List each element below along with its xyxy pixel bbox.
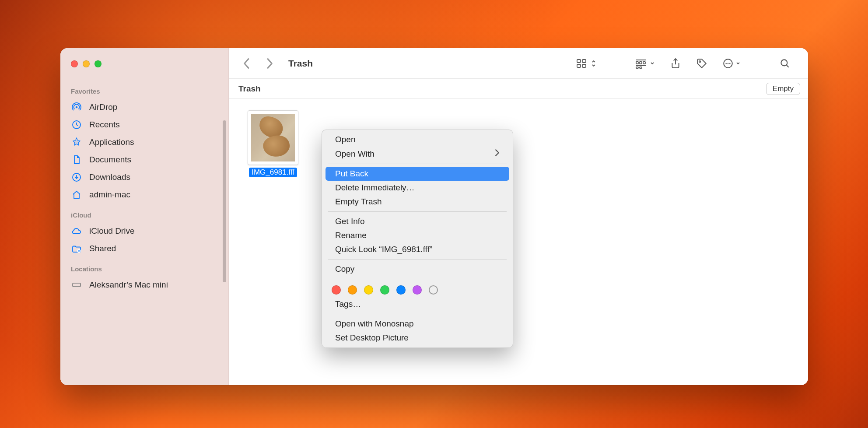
svg-rect-8 bbox=[577, 64, 581, 67]
menu-item-label: Tags… bbox=[335, 299, 361, 309]
tag-color-dot[interactable] bbox=[396, 285, 406, 295]
sidebar-item-downloads[interactable]: Downloads bbox=[60, 168, 228, 186]
tag-color-dot[interactable] bbox=[348, 285, 357, 295]
tags-button[interactable] bbox=[692, 56, 712, 71]
tag-color-dot[interactable] bbox=[364, 285, 373, 295]
nav-back-button[interactable] bbox=[238, 58, 255, 69]
menu-item[interactable]: Rename bbox=[326, 228, 509, 242]
menu-item-label: Open With bbox=[335, 149, 374, 159]
sidebar-item-label: Downloads bbox=[89, 172, 130, 182]
menu-item[interactable]: Open with Monosnap bbox=[326, 317, 509, 331]
sidebar-item-label: Recents bbox=[89, 120, 120, 130]
svg-point-17 bbox=[725, 63, 727, 64]
clock-icon bbox=[71, 119, 82, 130]
svg-rect-14 bbox=[640, 67, 642, 68]
nav-forward-button[interactable] bbox=[261, 58, 278, 69]
sidebar-item-label: Aleksandr’s Mac mini bbox=[89, 280, 168, 290]
sidebar-item-documents[interactable]: Documents bbox=[60, 151, 228, 168]
svg-rect-10 bbox=[636, 62, 638, 64]
finder-toolbar: Trash bbox=[229, 48, 808, 79]
doc-icon bbox=[71, 154, 82, 165]
home-icon bbox=[71, 189, 82, 200]
menu-item[interactable]: Quick Look “IMG_6981.fff” bbox=[326, 242, 509, 256]
path-label: Trash bbox=[238, 84, 261, 94]
svg-rect-12 bbox=[643, 62, 645, 64]
menu-item-label: Quick Look “IMG_6981.fff” bbox=[335, 245, 432, 254]
menu-item[interactable]: Delete Immediately… bbox=[326, 181, 509, 195]
sidebar-section-locations: Locations bbox=[60, 257, 228, 276]
menu-separator bbox=[328, 164, 507, 164]
menu-item-label: Get Info bbox=[335, 217, 365, 226]
sidebar-item-label: AirDrop bbox=[89, 102, 117, 112]
svg-point-18 bbox=[728, 63, 729, 64]
tag-color-dot[interactable] bbox=[429, 285, 438, 295]
svg-rect-7 bbox=[582, 60, 586, 63]
sidebar-scrollbar[interactable] bbox=[223, 120, 226, 282]
menu-item[interactable]: Get Info bbox=[326, 214, 509, 228]
action-menu-button[interactable] bbox=[718, 56, 745, 71]
svg-rect-11 bbox=[640, 62, 642, 64]
menu-separator bbox=[328, 279, 507, 279]
sidebar-item-airdrop[interactable]: AirDrop bbox=[60, 98, 228, 116]
finder-main: Trash bbox=[229, 48, 808, 385]
sidebar-item-recents[interactable]: Recents bbox=[60, 116, 228, 133]
shared-icon bbox=[71, 243, 82, 254]
cloud-icon bbox=[71, 226, 82, 236]
sidebar-section-icloud: iCloud bbox=[60, 203, 228, 222]
tag-color-dot[interactable] bbox=[413, 285, 422, 295]
sidebar-item-shared[interactable]: Shared bbox=[60, 240, 228, 257]
file-name-label: IMG_6981.fff bbox=[249, 168, 297, 177]
sidebar-item-label: iCloud Drive bbox=[89, 226, 134, 236]
menu-item-label: Rename bbox=[335, 231, 367, 240]
sidebar-item-applications[interactable]: Applications bbox=[60, 133, 228, 151]
context-menu: OpenOpen WithPut BackDelete Immediately…… bbox=[322, 130, 513, 348]
airdrop-icon bbox=[71, 102, 82, 112]
finder-sidebar: Favorites AirDrop Recents bbox=[60, 48, 229, 385]
window-zoom-button[interactable] bbox=[94, 60, 102, 67]
svg-point-0 bbox=[76, 106, 78, 109]
path-bar: Trash Empty bbox=[229, 79, 808, 99]
menu-item[interactable]: Set Desktop Picture bbox=[326, 331, 509, 345]
sidebar-section-favorites: Favorites bbox=[60, 80, 228, 98]
menu-item-label: Copy bbox=[335, 264, 354, 274]
search-button[interactable] bbox=[775, 56, 795, 71]
tag-color-dot[interactable] bbox=[380, 285, 389, 295]
window-title: Trash bbox=[288, 58, 313, 69]
apps-icon bbox=[71, 137, 82, 147]
menu-item[interactable]: Tags… bbox=[326, 297, 509, 311]
menu-item[interactable]: Open bbox=[326, 133, 509, 147]
share-button[interactable] bbox=[665, 56, 686, 71]
menu-item[interactable]: Open With bbox=[326, 147, 509, 161]
menu-item[interactable]: Copy bbox=[326, 262, 509, 276]
sidebar-item-label: Documents bbox=[89, 155, 131, 165]
svg-point-19 bbox=[729, 63, 731, 64]
download-icon bbox=[71, 172, 82, 182]
sidebar-item-mac-mini[interactable]: Aleksandr’s Mac mini bbox=[60, 276, 228, 294]
machine-icon bbox=[71, 280, 82, 290]
window-close-button[interactable] bbox=[71, 60, 78, 67]
window-minimize-button[interactable] bbox=[83, 60, 90, 67]
chevron-right-icon bbox=[495, 149, 500, 159]
file-item[interactable]: IMG_6981.fff bbox=[240, 110, 306, 177]
menu-item-label: Put Back bbox=[335, 169, 368, 179]
menu-separator bbox=[328, 211, 507, 212]
menu-item-label: Set Desktop Picture bbox=[335, 333, 409, 343]
sidebar-item-label: admin-mac bbox=[89, 190, 130, 200]
svg-rect-5 bbox=[73, 283, 80, 287]
group-by-button[interactable] bbox=[630, 56, 659, 71]
menu-item[interactable]: Put Back bbox=[326, 167, 509, 181]
view-switch-button[interactable] bbox=[572, 56, 601, 71]
menu-separator bbox=[328, 314, 507, 314]
menu-item-label: Empty Trash bbox=[335, 197, 382, 207]
file-grid[interactable]: IMG_6981.fff bbox=[229, 99, 808, 385]
menu-separator bbox=[328, 259, 507, 260]
tag-color-dot[interactable] bbox=[332, 285, 341, 295]
empty-trash-button[interactable]: Empty bbox=[766, 83, 800, 95]
window-controls bbox=[60, 59, 228, 80]
sidebar-item-icloud-drive[interactable]: iCloud Drive bbox=[60, 222, 228, 240]
svg-rect-6 bbox=[577, 60, 581, 63]
menu-item[interactable]: Empty Trash bbox=[326, 195, 509, 209]
sidebar-item-label: Applications bbox=[89, 137, 134, 147]
sidebar-item-home[interactable]: admin-mac bbox=[60, 186, 228, 203]
svg-point-20 bbox=[781, 60, 787, 66]
